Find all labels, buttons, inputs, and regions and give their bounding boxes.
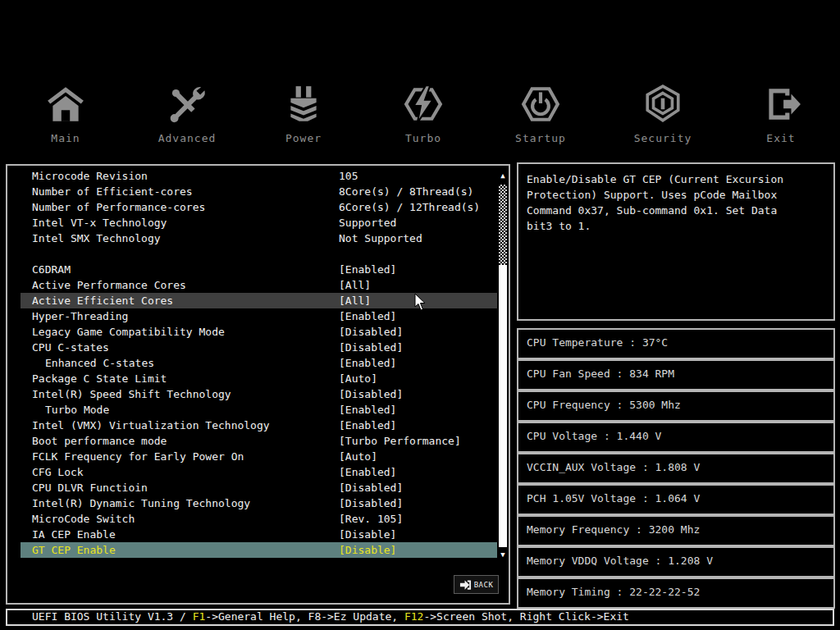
setting-value: [Enabled] xyxy=(339,308,396,324)
setting-value: 105 xyxy=(339,168,358,184)
setting-row-package-c-state-limit[interactable]: Package C State Limit[Auto] xyxy=(21,371,497,386)
security-hexagon-icon xyxy=(614,82,712,126)
setting-value: Not Supported xyxy=(339,231,422,246)
setting-label: Boot performance mode xyxy=(32,433,167,449)
setting-value: [Enabled] xyxy=(339,402,396,418)
setting-value: Supported xyxy=(339,215,396,231)
power-connector-icon xyxy=(254,82,353,126)
setting-row-intel-vmx-virtualization-technology[interactable]: Intel (VMX) Virtualization Technology[En… xyxy=(21,418,497,433)
setting-label: Turbo Mode xyxy=(45,402,109,418)
setting-label: Intel SMX Technology xyxy=(32,231,161,246)
setting-label: Microcode Revision xyxy=(32,168,148,184)
setting-label: Package C State Limit xyxy=(32,371,167,386)
tab-security[interactable]: Security xyxy=(614,82,712,144)
setting-row-hyper-threading[interactable]: Hyper-Threading[Enabled] xyxy=(21,308,497,324)
setting-label: Number of Efficient-cores xyxy=(32,184,193,199)
hotkey-label: F12 xyxy=(404,610,423,623)
status-text: ->General Help, F8->Ez Update, xyxy=(205,610,404,623)
setting-label: CPU C-states xyxy=(32,340,109,355)
setting-row-boot-performance-mode[interactable]: Boot performance mode[Turbo Performance] xyxy=(21,433,497,449)
setting-row-intel-smx-technology[interactable]: Intel SMX TechnologyNot Supported xyxy=(21,231,497,246)
tools-icon xyxy=(138,82,236,126)
tab-main[interactable]: Main xyxy=(16,82,115,144)
hotkey-label: F1 xyxy=(193,610,206,623)
setting-value: [Disabled] xyxy=(339,340,403,355)
status-text: ->Screen Shot, Right Click->Exit xyxy=(423,610,628,623)
setting-row-microcode-revision[interactable]: Microcode Revision105 xyxy=(21,168,497,184)
setting-row-c6dram[interactable]: C6DRAM[Enabled] xyxy=(21,262,497,277)
monitor-memory-timing: Memory Timing : 22-22-22-52 xyxy=(517,578,835,609)
setting-value: [Enabled] xyxy=(339,418,396,433)
setting-row-cfg-lock[interactable]: CFG Lock[Enabled] xyxy=(21,464,497,480)
setting-row-cpu-dlvr-functioin[interactable]: CPU DLVR Functioin[Disabled] xyxy=(21,480,497,495)
tab-label: Advanced xyxy=(138,132,236,144)
status-text: UEFI BIOS Utility V1.3 / xyxy=(32,610,193,623)
setting-row-active-efficient-cores[interactable]: Active Efficient Cores[All] xyxy=(21,293,497,308)
monitor-cpu-voltage: CPU Voltage : 1.440 V xyxy=(517,422,835,453)
tab-label: Security xyxy=(614,132,712,144)
tab-advanced[interactable]: Advanced xyxy=(138,82,236,144)
back-arrow-icon xyxy=(459,580,472,590)
setting-label: Intel(R) Dynamic Tuning Technology xyxy=(32,495,250,511)
setting-row-ia-cep-enable[interactable]: IA CEP Enable[Disable] xyxy=(21,527,497,542)
bios-screen: MainAdvancedPowerTurboStartupSecurityExi… xyxy=(0,0,840,630)
setting-value: [Rev. 105] xyxy=(339,511,403,527)
setting-label: Intel (VMX) Virtualization Technology xyxy=(32,418,270,433)
tab-startup[interactable]: Startup xyxy=(491,82,590,144)
scroll-up-arrow-icon[interactable]: ▲ xyxy=(497,170,509,181)
monitor-cpu-fan-speed: CPU Fan Speed : 834 RPM xyxy=(517,359,835,390)
setting-row-intel-r-speed-shift-technology[interactable]: Intel(R) Speed Shift Technology[Disabled… xyxy=(21,386,497,402)
monitor-memory-frequency: Memory Frequency : 3200 Mhz xyxy=(517,515,835,546)
home-icon xyxy=(16,82,115,126)
setting-row-active-performance-cores[interactable]: Active Performance Cores[All] xyxy=(21,277,497,293)
monitor-cpu-temperature: CPU Temperature : 37°C xyxy=(517,328,835,359)
scroll-down-arrow-icon[interactable]: ▼ xyxy=(497,549,509,560)
hardware-monitor: CPU Temperature : 37°CCPU Fan Speed : 83… xyxy=(517,328,835,609)
scrollbar[interactable]: ▲ ▼ xyxy=(497,168,509,562)
setting-row-intel-r-dynamic-tuning-technology[interactable]: Intel(R) Dynamic Tuning Technology[Disab… xyxy=(21,495,497,511)
setting-label: Active Performance Cores xyxy=(32,277,186,293)
scrollbar-thumb[interactable] xyxy=(499,265,507,547)
tab-label: Startup xyxy=(491,132,590,144)
setting-row-intel-vt-x-technology[interactable]: Intel VT-x TechnologySupported xyxy=(21,215,497,231)
setting-value: 8Core(s) / 8Thread(s) xyxy=(339,184,473,199)
tab-turbo[interactable]: Turbo xyxy=(374,82,472,144)
setting-row-legacy-game-compatibility-mode[interactable]: Legacy Game Compatibility Mode[Disabled] xyxy=(21,324,497,340)
setting-value: [All] xyxy=(339,293,371,308)
tab-label: Turbo xyxy=(374,132,472,144)
setting-row-microcode-switch[interactable]: MicroCode Switch[Rev. 105] xyxy=(21,511,497,527)
tab-power[interactable]: Power xyxy=(254,82,353,144)
setting-row-cpu-c-states[interactable]: CPU C-states[Disabled] xyxy=(21,340,497,355)
setting-value: [Enabled] xyxy=(339,464,396,480)
setting-label: C6DRAM xyxy=(32,262,71,277)
setting-row-number-of-performance-cores[interactable]: Number of Performance-cores6Core(s) / 12… xyxy=(21,199,497,215)
tab-exit[interactable]: Exit xyxy=(732,82,830,144)
setting-row-enhanced-c-states[interactable]: Enhanced C-states[Enabled] xyxy=(21,355,497,371)
setting-value: [Auto] xyxy=(339,371,377,386)
setting-value: [Disabled] xyxy=(339,386,403,402)
setting-label: CFG Lock xyxy=(32,464,84,480)
scrollbar-track[interactable] xyxy=(499,185,507,265)
status-bar: UEFI BIOS Utility V1.3 / F1->General Hel… xyxy=(6,609,834,626)
setting-label: Legacy Game Compatibility Mode xyxy=(32,324,225,340)
setting-row-number-of-efficient-cores[interactable]: Number of Efficient-cores8Core(s) / 8Thr… xyxy=(21,184,497,199)
setting-row-fclk-frequency-for-early-power-on[interactable]: FCLK Frequency for Early Power On[Auto] xyxy=(21,449,497,464)
settings-panel: Microcode Revision105Number of Efficient… xyxy=(6,164,510,605)
setting-row-turbo-mode[interactable]: Turbo Mode[Enabled] xyxy=(21,402,497,418)
back-button-label: BACK xyxy=(474,581,494,589)
setting-value: 6Core(s) / 12Thread(s) xyxy=(339,199,480,215)
setting-value: [Enabled] xyxy=(339,262,396,277)
setting-label: Hyper-Threading xyxy=(32,308,128,324)
setting-row-gt-cep-enable[interactable]: GT CEP Enable[Disable] xyxy=(21,542,497,558)
monitor-vccin-aux-voltage: VCCIN_AUX Voltage : 1.808 V xyxy=(517,453,835,484)
tab-label: Power xyxy=(254,132,353,144)
setting-label: Number of Performance-cores xyxy=(32,199,205,215)
setting-value: [Turbo Performance] xyxy=(339,433,461,449)
setting-label: Enhanced C-states xyxy=(45,355,154,371)
tab-label: Main xyxy=(16,132,115,144)
startup-power-icon xyxy=(491,82,590,126)
monitor-pch-1-05v-voltage: PCH 1.05V Voltage : 1.064 V xyxy=(517,484,835,515)
back-button[interactable]: BACK xyxy=(454,575,499,594)
monitor-cpu-frequency: CPU Frequency : 5300 Mhz xyxy=(517,390,835,422)
setting-value: [Disabled] xyxy=(339,324,403,340)
